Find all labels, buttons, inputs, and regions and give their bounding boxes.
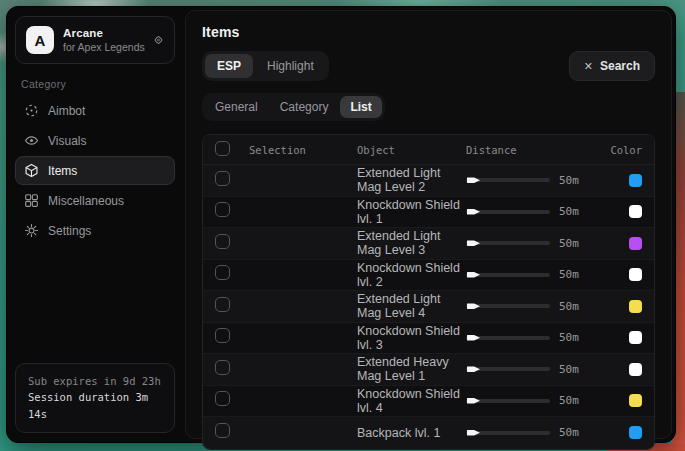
distance-slider[interactable] <box>466 367 550 371</box>
distance-slider[interactable] <box>466 304 550 308</box>
column-header-distance: Distance <box>466 144 608 156</box>
distance-value: 50m <box>559 300 579 313</box>
sidebar-item-miscellaneous[interactable]: Miscellaneous <box>15 186 175 215</box>
sidebar-item-label: Miscellaneous <box>48 194 124 208</box>
distance-value: 50m <box>559 205 579 218</box>
sidebar-nav: Aimbot Visuals Items Miscellaneous Setti… <box>15 96 175 245</box>
color-swatch[interactable] <box>629 331 642 344</box>
distance-value: 50m <box>559 331 579 344</box>
slider-knob[interactable] <box>467 176 480 184</box>
gem-icon[interactable] <box>152 34 165 47</box>
table-row: Knockdown Shield lvl. 3 50m <box>203 323 654 355</box>
sidebar: A Arcane for Apex Legends Category Aimbo… <box>7 7 183 442</box>
row-checkbox[interactable] <box>215 360 230 375</box>
sidebar-item-settings[interactable]: Settings <box>15 216 175 245</box>
color-swatch[interactable] <box>629 394 642 407</box>
sidebar-item-items[interactable]: Items <box>15 156 175 185</box>
gear-icon <box>24 223 39 238</box>
row-checkbox[interactable] <box>215 423 230 438</box>
slider-knob[interactable] <box>467 429 480 437</box>
column-header-selection: Selection <box>249 144 357 156</box>
row-checkbox[interactable] <box>215 328 230 343</box>
app-title-block: Arcane for Apex Legends <box>63 27 145 53</box>
distance-slider[interactable] <box>466 178 550 182</box>
eye-icon <box>24 133 39 148</box>
color-swatch[interactable] <box>629 237 642 250</box>
row-checkbox[interactable] <box>215 234 230 249</box>
distance-slider[interactable] <box>466 431 550 435</box>
app-logo: A <box>26 26 54 54</box>
table-row: Extended Heavy Mag Level 1 50m <box>203 354 654 386</box>
sub-expiry-text: Sub expires in 9d 23h <box>28 373 162 390</box>
row-checkbox[interactable] <box>215 265 230 280</box>
object-cell: Knockdown Shield lvl. 3 <box>357 324 466 352</box>
distance-slider[interactable] <box>466 336 550 340</box>
search-button[interactable]: ✕ Search <box>569 51 655 81</box>
search-button-label: Search <box>600 59 640 73</box>
tab-general[interactable]: General <box>205 96 268 118</box>
tab-list[interactable]: List <box>340 96 381 118</box>
table-row: Extended Light Mag Level 2 50m <box>203 165 654 197</box>
table-header: Selection Object Distance Color <box>203 135 654 165</box>
distance-value: 50m <box>559 174 579 187</box>
session-duration-text: Session duration 3m 14s <box>28 389 162 423</box>
slider-knob[interactable] <box>467 239 480 247</box>
select-all-checkbox[interactable] <box>215 141 230 156</box>
color-swatch[interactable] <box>629 300 642 313</box>
distance-slider[interactable] <box>466 399 550 403</box>
toolbar: ESPHighlight ✕ Search <box>202 51 655 81</box>
column-header-object: Object <box>357 144 466 156</box>
color-swatch[interactable] <box>629 205 642 218</box>
distance-value: 50m <box>559 363 579 376</box>
table-row: Knockdown Shield lvl. 4 50m <box>203 386 654 418</box>
slider-knob[interactable] <box>467 397 480 405</box>
tab-esp[interactable]: ESP <box>205 54 253 78</box>
slider-knob[interactable] <box>467 208 480 216</box>
distance-value: 50m <box>559 237 579 250</box>
mode-tabs: ESPHighlight <box>202 51 329 81</box>
distance-slider[interactable] <box>466 273 550 277</box>
table-row: Extended Light Mag Level 3 50m <box>203 228 654 260</box>
color-swatch[interactable] <box>629 174 642 187</box>
app-name: Arcane <box>63 27 145 39</box>
sidebar-item-label: Aimbot <box>48 104 85 118</box>
sidebar-item-aimbot[interactable]: Aimbot <box>15 96 175 125</box>
row-checkbox[interactable] <box>215 202 230 217</box>
distance-value: 50m <box>559 268 579 281</box>
column-header-color: Color <box>608 144 642 156</box>
category-section-label: Category <box>21 78 175 90</box>
color-swatch[interactable] <box>629 268 642 281</box>
row-checkbox[interactable] <box>215 171 230 186</box>
object-cell: Knockdown Shield lvl. 1 <box>357 198 466 226</box>
app-subtitle: for Apex Legends <box>63 41 145 53</box>
sidebar-item-visuals[interactable]: Visuals <box>15 126 175 155</box>
distance-slider[interactable] <box>466 241 550 245</box>
object-cell: Extended Heavy Mag Level 1 <box>357 355 466 383</box>
row-checkbox[interactable] <box>215 391 230 406</box>
view-tabs-row: GeneralCategoryList <box>202 93 655 121</box>
close-icon: ✕ <box>584 60 593 73</box>
slider-knob[interactable] <box>467 271 480 279</box>
table-row: Backpack lvl. 1 50m <box>203 417 654 449</box>
row-checkbox[interactable] <box>215 297 230 312</box>
color-swatch[interactable] <box>629 363 642 376</box>
object-cell: Knockdown Shield lvl. 2 <box>357 261 466 289</box>
object-cell: Extended Light Mag Level 3 <box>357 229 466 257</box>
table-body: Extended Light Mag Level 2 50m Knockdown… <box>203 165 654 449</box>
object-cell: Extended Light Mag Level 2 <box>357 166 466 194</box>
items-table: Selection Object Distance Color Extended… <box>202 134 655 450</box>
tab-highlight[interactable]: Highlight <box>255 54 326 78</box>
object-cell: Extended Light Mag Level 4 <box>357 292 466 320</box>
distance-slider[interactable] <box>466 210 550 214</box>
object-cell: Knockdown Shield lvl. 4 <box>357 387 466 415</box>
slider-knob[interactable] <box>467 334 480 342</box>
view-tabs: GeneralCategoryList <box>202 93 385 121</box>
tab-category[interactable]: Category <box>270 96 339 118</box>
color-swatch[interactable] <box>629 426 642 439</box>
app-logo-card: A Arcane for Apex Legends <box>15 16 175 64</box>
sidebar-item-label: Settings <box>48 224 91 238</box>
slider-knob[interactable] <box>467 302 480 310</box>
grid-icon <box>24 193 39 208</box>
slider-knob[interactable] <box>467 365 480 373</box>
main-panel: Items ESPHighlight ✕ Search GeneralCateg… <box>185 10 672 439</box>
